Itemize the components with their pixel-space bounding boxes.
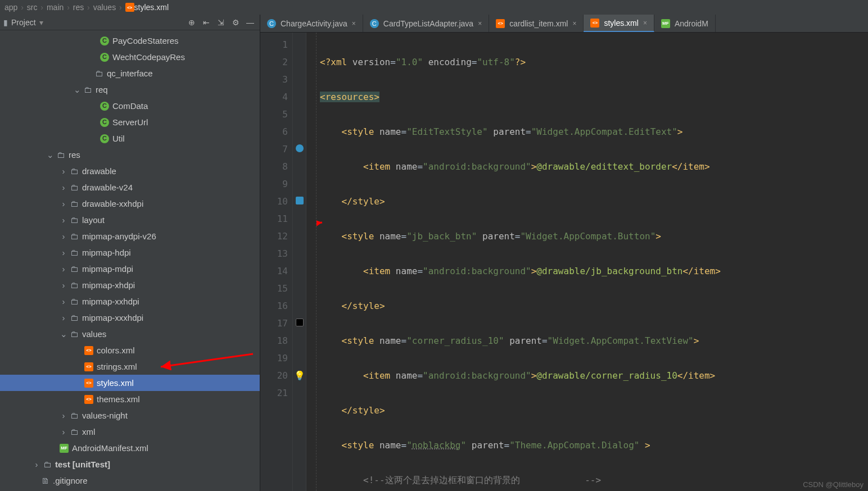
tree-item[interactable]: CComData	[0, 98, 260, 114]
tree-item[interactable]: ⌄🗀req	[0, 81, 260, 98]
xml-icon: <>	[590, 19, 599, 28]
tree-item[interactable]: CServerUrl	[0, 114, 260, 130]
crumb[interactable]: styles.xml	[134, 3, 169, 12]
chevron-down-icon[interactable]: ⌄	[58, 326, 69, 342]
folder-icon: 🗀	[93, 65, 105, 81]
tree-item[interactable]: ›🗀mipmap-hdpi	[0, 244, 260, 261]
tree-item[interactable]: ›🗀xml	[0, 424, 260, 440]
target-icon[interactable]: ⊕	[186, 16, 198, 29]
tree-item[interactable]: 🗎.gitignore	[0, 472, 260, 489]
tree-item[interactable]: ›🗀drawable-v24	[0, 179, 260, 196]
color-mark	[296, 144, 304, 152]
tree-item[interactable]: ›🗀mipmap-xxhdpi	[0, 293, 260, 310]
class-icon: C	[100, 37, 109, 46]
tree-item[interactable]: <>themes.xml	[0, 391, 260, 407]
tree-item[interactable]: <>colors.xml	[0, 342, 260, 358]
tree-item[interactable]: ›🗀mipmap-anydpi-v26	[0, 228, 260, 244]
tree-item[interactable]: MFAndroidManifest.xml	[0, 440, 260, 456]
xml-icon: <>	[84, 346, 93, 355]
class-icon: C	[100, 134, 109, 143]
project-panel: ▮ Project ▾ ⊕ ⇤ ⇲ ⚙ — CPayCodeStateres C…	[0, 15, 260, 491]
gutter-marks: 💡	[293, 33, 306, 491]
tree-item[interactable]: ›🗀test [unitTest]	[0, 456, 260, 472]
close-icon[interactable]: ×	[643, 19, 647, 27]
project-title-text: Project	[11, 18, 36, 27]
crumb[interactable]: res	[73, 3, 84, 12]
java-icon: C	[370, 19, 379, 28]
crumb[interactable]: src	[27, 3, 38, 12]
class-icon: C	[100, 102, 109, 111]
tree-item-styles[interactable]: <>styles.xml	[0, 375, 260, 391]
editor-tabs: CChargeActivity.java× CCardTypeListAdapt…	[260, 15, 868, 33]
tree-item[interactable]: ⌄🗀values	[0, 326, 260, 342]
code-editor[interactable]: 123456789101112131415161718192021 💡 <?xm…	[260, 33, 868, 491]
tree-item[interactable]: 🗀qc_interface	[0, 65, 260, 81]
editor-panel: CChargeActivity.java× CCardTypeListAdapt…	[260, 15, 868, 491]
tree-item[interactable]: ›🗀values-night	[0, 407, 260, 424]
tree-item[interactable]: CWechtCodepayRes	[0, 49, 260, 65]
close-icon[interactable]: ×	[478, 20, 482, 28]
tab-styles[interactable]: <>styles.xml×	[584, 15, 654, 32]
tab-cardlist-item[interactable]: <>cardlist_item.xml×	[489, 15, 584, 32]
class-icon: C	[100, 53, 109, 62]
folder-icon: 🗀	[82, 81, 93, 98]
tree-item[interactable]: ›🗀mipmap-xxxhdpi	[0, 310, 260, 326]
settings-icon[interactable]: ⚙	[229, 16, 242, 29]
tree-item[interactable]: ›🗀drawable-xxhdpi	[0, 196, 260, 212]
xml-icon: <>	[496, 19, 505, 28]
tree-item[interactable]: ›🗀mipmap-xhdpi	[0, 277, 260, 293]
crumb[interactable]: main	[47, 3, 64, 12]
xml-file-icon: <>	[125, 3, 134, 12]
tree-item[interactable]: ›🗀mipmap-mdpi	[0, 261, 260, 277]
color-mark	[296, 319, 304, 326]
tree-item[interactable]: ⌄🗀res	[0, 147, 260, 163]
crumb[interactable]: app	[4, 3, 17, 12]
collapse-icon[interactable]: ⇤	[200, 16, 213, 29]
tree-item[interactable]: ›🗀drawable	[0, 163, 260, 179]
breadcrumb-bar: app › src › main › res › values › <> sty…	[0, 0, 868, 15]
line-gutter: 123456789101112131415161718192021	[260, 33, 293, 491]
close-icon[interactable]: ×	[352, 20, 356, 28]
tree-item[interactable]: CPayCodeStateres	[0, 33, 260, 49]
folder-icon: 🗀	[55, 147, 66, 163]
watermark: CSDN @Qlittleboy	[803, 480, 864, 489]
hide-icon[interactable]: —	[244, 16, 256, 29]
chevron-down-icon[interactable]: ⌄	[72, 81, 82, 98]
manifest-icon: MF	[60, 444, 69, 453]
java-icon: C	[267, 19, 276, 28]
expand-icon[interactable]: ⇲	[215, 16, 227, 29]
tab-cardtypelist[interactable]: CCardTypeListAdapter.java×	[363, 15, 489, 32]
lightbulb-icon[interactable]: 💡	[294, 370, 305, 381]
project-panel-title[interactable]: ▮ Project ▾	[3, 18, 43, 27]
tree-item[interactable]: ›🗀layout	[0, 212, 260, 228]
folder-icon: 🗀	[69, 163, 80, 179]
color-mark	[296, 197, 304, 204]
tree-item[interactable]: CUtil	[0, 130, 260, 147]
chevron-down-icon[interactable]: ⌄	[45, 147, 55, 163]
tab-charge-activity[interactable]: CChargeActivity.java×	[260, 15, 363, 32]
color-mark	[296, 92, 304, 100]
class-icon: C	[100, 118, 109, 127]
tree-item[interactable]: <>strings.xml	[0, 358, 260, 375]
close-icon[interactable]: ×	[572, 20, 576, 28]
tab-android-manifest[interactable]: MFAndroidM	[654, 15, 716, 32]
chevron-right-icon[interactable]: ›	[58, 163, 69, 179]
project-tree: CPayCodeStateres CWechtCodepayRes 🗀qc_in…	[0, 30, 260, 491]
crumb[interactable]: values	[93, 3, 116, 12]
manifest-icon: MF	[661, 19, 670, 28]
